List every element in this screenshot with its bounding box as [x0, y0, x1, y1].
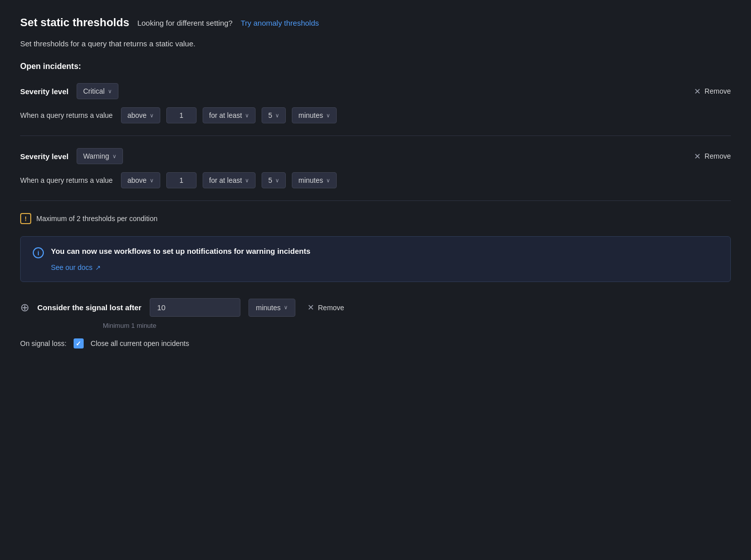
globe-icon: ⊕: [20, 301, 29, 314]
critical-remove-label: Remove: [705, 87, 731, 95]
warning-duration-value-chevron: ∨: [275, 177, 279, 184]
warning-severity-value: Warning: [83, 152, 109, 160]
critical-severity-row: Severity level Critical ∨ ✕ Remove: [20, 83, 731, 99]
page-header: Set static thresholds Looking for differ…: [20, 16, 731, 29]
page-title: Set static thresholds: [20, 16, 129, 29]
critical-remove-x-icon: ✕: [694, 87, 701, 96]
critical-duration-unit-chevron: ∨: [326, 112, 330, 119]
warning-duration-type-value: for at least: [209, 176, 242, 184]
docs-link[interactable]: See our docs ↗: [51, 263, 718, 271]
signal-lost-unit-value: minutes: [256, 304, 281, 312]
divider-2: [20, 200, 731, 201]
warning-condition-row: When a query returns a value above ∨ for…: [20, 172, 731, 188]
warning-value-input[interactable]: [166, 172, 197, 188]
warning-duration-type-chevron: ∨: [245, 177, 249, 184]
warning-severity-chevron: ∨: [112, 153, 116, 160]
signal-remove-button[interactable]: ✕ Remove: [307, 303, 344, 312]
warning-remove-x-icon: ✕: [694, 152, 701, 161]
max-thresholds-text: Maximum of 2 thresholds per condition: [36, 215, 157, 223]
info-banner: i You can now use workflows to set up no…: [20, 236, 731, 282]
on-signal-row: On signal loss: Close all current open i…: [20, 338, 731, 348]
critical-duration-value-select[interactable]: 5 ∨: [262, 107, 286, 123]
critical-duration-type-value: for at least: [209, 111, 242, 119]
critical-remove-button[interactable]: ✕ Remove: [694, 87, 731, 96]
warning-severity-left: Severity level Warning ∨: [20, 148, 123, 164]
warning-condition-select[interactable]: above ∨: [121, 172, 160, 188]
warning-exclamation-icon: !: [20, 213, 31, 224]
signal-remove-x-icon: ✕: [307, 303, 314, 312]
signal-lost-section: ⊕ Consider the signal lost after minutes…: [20, 298, 731, 348]
info-banner-text: You can now use workflows to set up noti…: [51, 247, 310, 255]
close-incidents-checkbox-label: Close all current open incidents: [91, 339, 189, 347]
signal-min-hint: Minimum 1 minute: [103, 322, 156, 329]
signal-lost-input[interactable]: [150, 298, 240, 317]
warning-duration-type-select[interactable]: for at least ∨: [203, 172, 256, 188]
divider-1: [20, 135, 731, 136]
warning-severity-select[interactable]: Warning ∨: [77, 148, 123, 164]
critical-value-input[interactable]: [166, 107, 197, 123]
critical-condition-row: When a query returns a value above ∨ for…: [20, 107, 731, 123]
signal-lost-unit-select[interactable]: minutes ∨: [248, 299, 295, 317]
critical-duration-value-chevron: ∨: [275, 112, 279, 119]
critical-duration-value: 5: [268, 111, 272, 119]
critical-severity-chevron: ∨: [108, 88, 112, 95]
critical-severity-left: Severity level Critical ∨: [20, 83, 118, 99]
signal-remove-label: Remove: [318, 304, 344, 312]
subtitle: Set thresholds for a query that returns …: [20, 39, 731, 48]
open-incidents-label: Open incidents:: [20, 62, 731, 71]
signal-lost-label: Consider the signal lost after: [37, 303, 142, 312]
warning-duration-unit-select[interactable]: minutes ∨: [292, 172, 337, 188]
critical-duration-type-select[interactable]: for at least ∨: [203, 107, 256, 123]
anomaly-thresholds-link[interactable]: Try anomaly thresholds: [240, 19, 319, 27]
warning-duration-unit-value: minutes: [298, 176, 323, 184]
warning-severity-label: Severity level: [20, 152, 69, 161]
warning-threshold-block: Severity level Warning ∨ ✕ Remove When a…: [20, 148, 731, 188]
critical-when-query-label: When a query returns a value: [20, 111, 113, 119]
max-thresholds-warning: ! Maximum of 2 thresholds per condition: [20, 213, 731, 224]
warning-duration-unit-chevron: ∨: [326, 177, 330, 184]
critical-severity-value: Critical: [83, 87, 105, 95]
on-signal-loss-label: On signal loss:: [20, 339, 67, 347]
critical-severity-select[interactable]: Critical ∨: [77, 83, 118, 99]
warning-duration-value-select[interactable]: 5 ∨: [262, 172, 286, 188]
warning-severity-row: Severity level Warning ∨ ✕ Remove: [20, 148, 731, 164]
external-link-icon: ↗: [95, 264, 101, 271]
critical-duration-unit-value: minutes: [298, 111, 323, 119]
warning-when-query-label: When a query returns a value: [20, 176, 113, 184]
info-banner-row: i You can now use workflows to set up no…: [33, 247, 718, 258]
warning-remove-button[interactable]: ✕ Remove: [694, 152, 731, 161]
warning-condition-value: above: [128, 176, 147, 184]
info-circle-icon: i: [33, 247, 44, 258]
looking-for-text: Looking for different setting?: [137, 19, 232, 27]
docs-link-text: See our docs: [51, 263, 93, 271]
critical-condition-select[interactable]: above ∨: [121, 107, 160, 123]
critical-condition-chevron: ∨: [150, 112, 154, 119]
close-incidents-checkbox[interactable]: [74, 338, 84, 348]
critical-threshold-block: Severity level Critical ∨ ✕ Remove When …: [20, 83, 731, 123]
warning-condition-chevron: ∨: [150, 177, 154, 184]
critical-condition-value: above: [128, 111, 147, 119]
warning-duration-value: 5: [268, 176, 272, 184]
critical-severity-label: Severity level: [20, 87, 69, 96]
warning-remove-label: Remove: [705, 152, 731, 160]
signal-lost-unit-chevron: ∨: [284, 304, 288, 311]
critical-duration-type-chevron: ∨: [245, 112, 249, 119]
signal-row: ⊕ Consider the signal lost after minutes…: [20, 298, 731, 317]
critical-duration-unit-select[interactable]: minutes ∨: [292, 107, 337, 123]
